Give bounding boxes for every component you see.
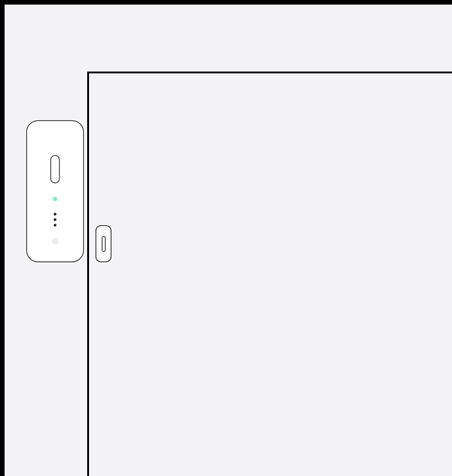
brand-logo-icon xyxy=(50,237,60,249)
dot-icon xyxy=(54,213,56,216)
magnet-slot-icon xyxy=(101,236,106,252)
sensor-magnet-unit xyxy=(95,225,112,262)
speaker-dots-icon xyxy=(54,213,56,227)
status-led-icon xyxy=(53,197,57,201)
door-panel xyxy=(87,72,452,476)
sensor-button-slot xyxy=(50,155,60,183)
dot-icon xyxy=(54,224,56,227)
dot-icon xyxy=(54,218,56,221)
sensor-main-unit xyxy=(26,120,84,262)
